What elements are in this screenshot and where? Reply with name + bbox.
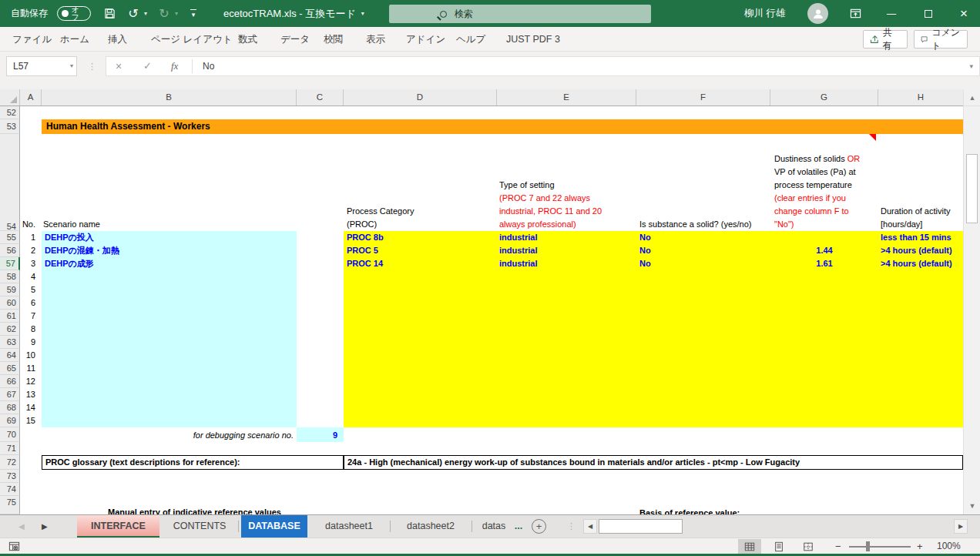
- scenario-no-2[interactable]: 2: [20, 244, 35, 257]
- view-normal-icon[interactable]: [738, 539, 761, 554]
- duration-cell-2[interactable]: >4 hours (default): [881, 244, 952, 257]
- scenario-no-5[interactable]: 5: [20, 283, 35, 296]
- row-header-63[interactable]: 63: [0, 336, 20, 349]
- column-header-c[interactable]: C: [297, 89, 344, 106]
- customize-qat-icon[interactable]: ▾: [188, 0, 199, 27]
- header-dustiness[interactable]: Dustiness of solids OR VP of volatiles (…: [774, 152, 860, 231]
- formula-bar-expand-icon[interactable]: ▾: [969, 57, 973, 75]
- row-header-75[interactable]: 75: [0, 496, 20, 514]
- zoom-level[interactable]: 100%: [937, 538, 961, 554]
- header-duration[interactable]: Duration of activity [hours/day]: [881, 205, 950, 231]
- scenario-no-14[interactable]: 14: [20, 401, 35, 414]
- setting-cell-1[interactable]: industrial: [499, 231, 538, 244]
- scenario-no-7[interactable]: 7: [20, 310, 35, 323]
- ribbon-tab-insert[interactable]: 挿入: [108, 27, 127, 52]
- solid-cell-2[interactable]: No: [639, 244, 651, 257]
- scenario-name-1[interactable]: DEHPの投入: [45, 231, 94, 244]
- column-header-f[interactable]: F: [636, 89, 770, 106]
- header-scenario-name[interactable]: Scenario name: [43, 218, 100, 231]
- scenario-no-13[interactable]: 13: [20, 388, 35, 401]
- solid-cell-1[interactable]: No: [639, 231, 651, 244]
- column-header-g[interactable]: G: [770, 89, 878, 106]
- avatar[interactable]: [807, 3, 828, 24]
- sheet-tab-datasheet1[interactable]: datasheet1: [310, 515, 388, 538]
- scenario-no-12[interactable]: 12: [20, 375, 35, 388]
- view-page-break-icon[interactable]: [797, 539, 820, 554]
- column-header-e[interactable]: E: [497, 89, 636, 106]
- zoom-slider[interactable]: [849, 546, 911, 548]
- row-header-59[interactable]: 59: [0, 283, 20, 296]
- row-header-74[interactable]: 74: [0, 483, 20, 496]
- proc-cell-2[interactable]: PROC 5: [347, 244, 378, 257]
- scenario-no-8[interactable]: 8: [20, 323, 35, 336]
- row-header-67[interactable]: 67: [0, 388, 20, 401]
- select-all-button[interactable]: [0, 89, 20, 106]
- scenario-name-2[interactable]: DEHPの混錬・加熱: [45, 244, 119, 257]
- row-header-65[interactable]: 65: [0, 362, 20, 375]
- ribbon-tab-home[interactable]: ホーム: [60, 27, 89, 52]
- scenario-name-3[interactable]: DEHPの成形: [45, 257, 94, 270]
- macro-record-icon[interactable]: [5, 539, 23, 554]
- ribbon-tab-help[interactable]: ヘルプ: [456, 27, 485, 52]
- zoom-slider-thumb[interactable]: [866, 541, 870, 551]
- insert-function-icon[interactable]: fx: [171, 57, 178, 75]
- header-type-of-setting[interactable]: Type of setting (PROC 7 and 22 always in…: [499, 179, 602, 231]
- row-header-62[interactable]: 62: [0, 323, 20, 336]
- sheet-tab-contents[interactable]: CONTENTS: [163, 515, 236, 538]
- scenario-no-11[interactable]: 11: [20, 362, 35, 375]
- view-page-layout-icon[interactable]: [767, 539, 790, 554]
- debug-label[interactable]: for debugging scenario no.: [77, 428, 294, 442]
- scenario-no-3[interactable]: 3: [20, 257, 35, 270]
- row-header-69[interactable]: 69: [0, 414, 20, 427]
- zoom-in-icon[interactable]: +: [917, 538, 923, 554]
- sheet-tab-datasheet2[interactable]: datasheet2: [392, 515, 469, 538]
- row-header-66[interactable]: 66: [0, 375, 20, 388]
- sheet-tab-ellipsis[interactable]: ...: [511, 515, 526, 538]
- ribbon-display-options-icon[interactable]: [842, 0, 868, 27]
- row-header-53[interactable]: 53: [0, 119, 20, 134]
- column-header-d[interactable]: D: [344, 89, 497, 106]
- sheet-nav-right-icon[interactable]: ▶: [42, 515, 48, 538]
- ribbon-tab-review[interactable]: 校閲: [324, 27, 343, 52]
- maximize-button[interactable]: [915, 0, 941, 27]
- minimize-button[interactable]: —: [878, 0, 904, 27]
- scroll-up-icon[interactable]: ▲: [964, 89, 980, 106]
- undo-icon[interactable]: ↺: [125, 0, 142, 27]
- row-header-57[interactable]: 57: [0, 257, 20, 270]
- row-header-70[interactable]: 70: [0, 427, 20, 442]
- redo-icon[interactable]: ↻: [156, 0, 173, 27]
- comments-button[interactable]: コメント: [914, 30, 968, 49]
- setting-cell-2[interactable]: industrial: [499, 244, 538, 257]
- redo-dropdown-icon[interactable]: ▾: [173, 0, 180, 27]
- setting-cell-3[interactable]: industrial: [499, 257, 538, 270]
- autosave-toggle[interactable]: オフ: [57, 6, 91, 21]
- row-header-58[interactable]: 58: [0, 270, 20, 283]
- user-name[interactable]: 柳川 行雄: [744, 0, 785, 27]
- duration-cell-1[interactable]: less than 15 mins: [881, 231, 951, 244]
- sheet-tab-overflow[interactable]: datas: [474, 515, 514, 538]
- scenario-no-1[interactable]: 1: [20, 231, 35, 244]
- row-header-71[interactable]: 71: [0, 442, 20, 455]
- ribbon-tab-data[interactable]: データ: [280, 27, 310, 52]
- row-header-54[interactable]: 54: [0, 134, 20, 231]
- scenario-no-6[interactable]: 6: [20, 296, 35, 310]
- proc-cell-1[interactable]: PROC 8b: [347, 231, 384, 244]
- ribbon-tab-just-pdf-3[interactable]: JUST PDF 3: [506, 27, 560, 52]
- row-header-73[interactable]: 73: [0, 470, 20, 483]
- row-header-68[interactable]: 68: [0, 401, 20, 414]
- vertical-scrollbar[interactable]: ▲ ▼: [963, 89, 980, 514]
- header-process-category[interactable]: Process Category (PROC): [347, 205, 414, 231]
- ribbon-tab-file[interactable]: ファイル: [12, 27, 52, 52]
- glossary-label-cell[interactable]: PROC glossary (text descriptions for ref…: [42, 455, 344, 470]
- horizontal-scroll-thumb[interactable]: [599, 519, 683, 534]
- sheet-nav-left-icon[interactable]: ◀: [18, 515, 25, 538]
- vertical-scroll-thumb[interactable]: [966, 154, 978, 223]
- column-header-b[interactable]: B: [42, 89, 297, 106]
- document-title[interactable]: ecetocTRAM.xls - 互換モード ▾: [223, 0, 364, 27]
- header-is-solid[interactable]: Is substance a solid? (yes/no): [639, 218, 752, 231]
- scenario-no-9[interactable]: 9: [20, 336, 35, 349]
- enter-check-icon[interactable]: ✓: [143, 57, 152, 75]
- row-header-55[interactable]: 55: [0, 231, 20, 244]
- name-box[interactable]: L57 ▾: [6, 56, 77, 76]
- column-header-a[interactable]: A: [20, 89, 42, 106]
